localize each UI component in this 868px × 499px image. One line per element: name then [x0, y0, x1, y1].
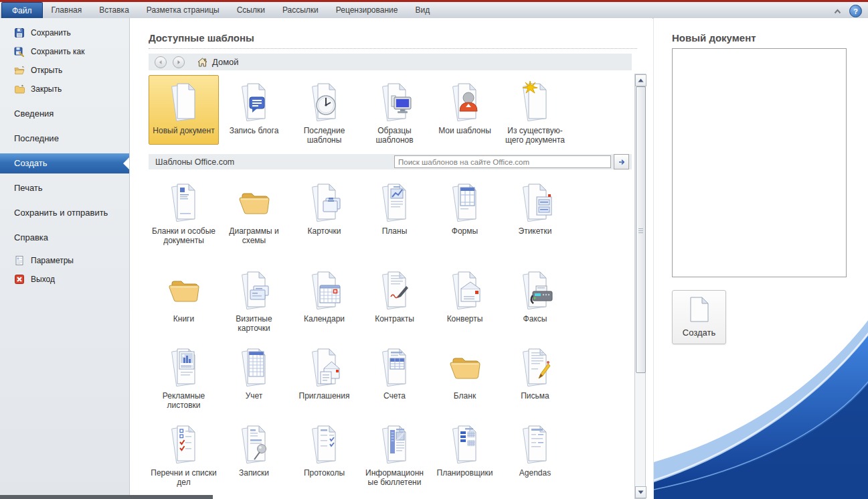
template-lists-todo[interactable]: Перечни и списки дел — [149, 417, 219, 487]
template-protocols[interactable]: Протоколы — [289, 417, 359, 487]
sidebar-item-print[interactable]: Печать — [0, 175, 129, 200]
template-label: Образцы шаблонов — [361, 126, 428, 145]
scrollbar[interactable] — [634, 74, 646, 499]
options-icon — [14, 255, 25, 266]
template-label: Бланк — [431, 391, 499, 401]
sidebar-item-label: Выход — [31, 275, 55, 284]
templates-pane: Доступные шаблоны Домой Новый документ З… — [130, 18, 653, 499]
template-labels[interactable]: Этикетки — [500, 175, 570, 245]
template-label: Мои шаблоны — [431, 126, 499, 135]
doc-newsletter-icon — [373, 422, 416, 465]
minimize-ribbon-chevron-up-icon[interactable] — [833, 5, 842, 17]
window-controls: ? — [833, 5, 862, 17]
template-faxes[interactable]: Факсы — [500, 263, 570, 333]
sidebar-item-label: Закрыть — [31, 84, 62, 94]
template-label: Agendas — [501, 468, 569, 478]
template-invoices[interactable]: Счета — [359, 340, 430, 410]
template-new-document[interactable]: Новый документ — [149, 75, 219, 145]
template-calendars[interactable]: Календари — [289, 263, 359, 333]
template-plans[interactable]: Планы — [359, 175, 430, 245]
template-letterheads[interactable]: Бланки и особые документы — [149, 175, 219, 245]
doc-invoice-icon — [373, 345, 416, 388]
template-search-input[interactable] — [394, 155, 611, 168]
sidebar-item-save-send[interactable]: Сохранить и отправить — [0, 200, 129, 225]
scroll-up-icon[interactable] — [635, 74, 646, 86]
tab-review[interactable]: Рецензирование — [327, 2, 407, 18]
sidebar-item-label: Сохранить и отправить — [14, 208, 108, 218]
help-icon[interactable]: ? — [849, 5, 862, 17]
template-label: Рекламные листовки — [150, 391, 218, 410]
sidebar-item-info[interactable]: Сведения — [0, 101, 129, 126]
template-contracts[interactable]: Контракты — [359, 263, 430, 333]
tab-file[interactable]: Файл — [1, 2, 43, 18]
template-cards[interactable]: Карточки — [289, 175, 359, 245]
folder-icon — [163, 268, 205, 311]
template-flyers[interactable]: Рекламные листовки — [149, 340, 219, 410]
doc-chart-icon — [373, 180, 416, 223]
sidebar-item-open[interactable]: Открыть — [0, 61, 129, 80]
sidebar-item-help[interactable]: Справка — [0, 225, 129, 250]
template-letters[interactable]: Письма — [500, 340, 570, 410]
sidebar-nav-list: СведенияПоследниеСоздатьПечатьСохранить … — [0, 101, 129, 250]
template-books[interactable]: Книги — [149, 263, 219, 333]
scroll-down-icon[interactable] — [635, 486, 646, 498]
template-partial[interactable] — [500, 494, 570, 499]
template-grid-row: Бланки и особые документы Диаграммы и сх… — [149, 175, 570, 245]
tab-view[interactable]: Вид — [406, 2, 438, 18]
scrollbar-thumb[interactable] — [636, 86, 646, 373]
divider — [149, 48, 637, 49]
template-my-templates[interactable]: Мои шаблоны — [430, 75, 500, 145]
template-recent-templates[interactable]: Последние шаблоны — [289, 75, 359, 145]
sidebar-bottom-list: Параметры Выход — [0, 251, 129, 289]
sidebar-item-new[interactable]: Создать — [0, 153, 129, 173]
save-icon — [14, 27, 25, 38]
template-partial[interactable] — [430, 494, 500, 499]
template-business-cards[interactable]: Визитные карточки — [219, 263, 289, 333]
sidebar-item-label: Сохранить — [31, 28, 71, 38]
template-partial[interactable] — [359, 494, 430, 499]
template-partial[interactable] — [289, 494, 359, 499]
home-icon[interactable] — [197, 58, 207, 67]
sidebar-item-options[interactable]: Параметры — [0, 251, 129, 270]
template-forms[interactable]: Формы — [430, 175, 500, 245]
template-grid-row: Перечни и списки дел Записки Протоколы И… — [149, 417, 570, 487]
template-memos[interactable]: Записки — [219, 417, 289, 487]
template-from-existing[interactable]: Из существую- щего документа — [500, 75, 570, 145]
sidebar-item-close[interactable]: Закрыть — [0, 80, 129, 98]
sidebar-item-save-as[interactable]: Сохранить как — [0, 42, 129, 61]
template-sample-templates[interactable]: Образцы шаблонов — [359, 75, 430, 145]
sidebar-item-label: Сохранить как — [31, 47, 84, 56]
doc-clock-icon — [303, 80, 346, 123]
template-label: Информационн ые бюллетени — [361, 468, 428, 487]
template-grid-row: Рекламные листовки Учет Приглашения Счет… — [149, 340, 570, 410]
tab-insert[interactable]: Вставка — [90, 2, 138, 18]
breadcrumb: Домой — [149, 54, 632, 70]
sidebar-item-save[interactable]: Сохранить — [0, 23, 129, 42]
sidebar-item-label: Справка — [14, 232, 48, 242]
create-button[interactable]: Создать — [672, 290, 726, 344]
tab-mailings[interactable]: Рассылки — [274, 2, 327, 18]
doc-bizcards-icon — [233, 268, 276, 311]
template-label: Протоколы — [290, 468, 358, 478]
template-partial[interactable] — [219, 494, 289, 499]
template-invitations[interactable]: Приглашения — [289, 340, 359, 410]
tab-home[interactable]: Главная — [43, 2, 91, 18]
template-newsletters[interactable]: Информационн ые бюллетени — [359, 417, 430, 487]
template-accounting[interactable]: Учет — [219, 340, 289, 410]
sidebar-item-recent[interactable]: Последние — [0, 126, 129, 151]
breadcrumb-home-label[interactable]: Домой — [212, 57, 239, 67]
template-diagrams[interactable]: Диаграммы и схемы — [219, 175, 289, 245]
template-blank[interactable]: Бланк — [430, 340, 500, 410]
template-envelopes[interactable]: Конверты — [430, 263, 500, 333]
tab-page-layout[interactable]: Разметка страницы — [138, 2, 228, 18]
template-agendas[interactable]: Agendas — [500, 417, 570, 487]
template-planners[interactable]: Планировщики — [430, 417, 500, 487]
forward-arrow-icon[interactable] — [173, 56, 185, 68]
template-blog-post[interactable]: Запись блога — [219, 75, 289, 145]
search-go-arrow-icon[interactable] — [614, 154, 629, 169]
tab-references[interactable]: Ссылки — [228, 2, 274, 18]
template-label: Карточки — [290, 226, 358, 236]
template-label: Запись блога — [220, 126, 288, 135]
sidebar-item-exit[interactable]: Выход — [0, 270, 129, 289]
back-arrow-icon[interactable] — [155, 56, 167, 68]
